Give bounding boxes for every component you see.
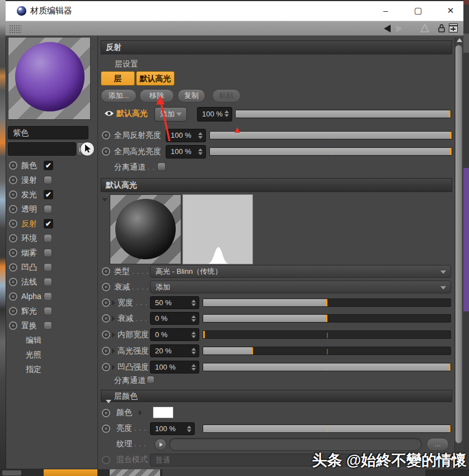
copy-layer-button[interactable]: 复制	[177, 89, 205, 102]
channel-label-fog[interactable]: 烟雾	[21, 248, 37, 258]
tab-layers[interactable]: 层	[101, 71, 135, 86]
channel-checkbox[interactable]	[44, 234, 52, 242]
channel-checkbox[interactable]	[44, 249, 52, 257]
param-radio-icon[interactable]	[102, 131, 110, 139]
channel-radio-icon[interactable]	[9, 161, 17, 170]
color-radio-icon[interactable]	[102, 409, 110, 417]
channel-checkbox-checked-icon[interactable]: ✔	[44, 190, 53, 199]
param-radio-icon[interactable]	[102, 363, 110, 371]
brightness-slider[interactable]	[203, 424, 451, 433]
brightness-radio-icon[interactable]	[102, 424, 110, 433]
channel-row-reflectance[interactable]: 反射✔	[6, 217, 96, 231]
channel-label-transparency[interactable]: 透明	[21, 204, 37, 214]
collapse-triangle-icon[interactable]	[102, 198, 107, 202]
channel-checkbox-checked-icon[interactable]: ✔	[44, 161, 53, 170]
texture-expand-icon[interactable]	[154, 438, 167, 451]
width-slider[interactable]	[203, 298, 451, 307]
spinner-arrows-icon[interactable]	[187, 425, 191, 433]
channel-radio-icon[interactable]	[9, 321, 17, 330]
channel-radio-icon[interactable]	[9, 234, 17, 242]
channel-checkbox[interactable]	[44, 263, 52, 272]
layer-visibility-eye-icon[interactable]	[104, 110, 114, 117]
channel-radio-icon[interactable]	[9, 205, 17, 213]
param-spinner[interactable]: 100 %	[166, 129, 206, 142]
texture-browse-button[interactable]: ...	[426, 438, 449, 451]
param-radio-icon[interactable]	[102, 298, 110, 307]
channel-checkbox[interactable]	[44, 307, 52, 315]
scroll-up-icon[interactable]	[457, 38, 462, 42]
material-preview[interactable]	[8, 37, 91, 120]
falloff-spinner[interactable]: 0 %	[150, 312, 199, 325]
toolbar-grip-handle[interactable]	[9, 25, 21, 34]
channel-label-alpha[interactable]: Alpha	[21, 292, 41, 301]
channel-label-illumination[interactable]: 光照	[26, 350, 41, 360]
spinner-arrows-icon[interactable]	[191, 363, 196, 371]
width-spinner[interactable]: 50 %	[150, 296, 199, 309]
add-layer-button[interactable]: 添加...	[101, 89, 137, 102]
param-radio-icon[interactable]	[102, 330, 110, 339]
remove-layer-button[interactable]: 移除	[139, 89, 174, 102]
channel-row-normal[interactable]: 法线	[6, 275, 96, 290]
channel-row-displacement[interactable]: 置换	[6, 319, 96, 333]
pick-cursor-icon[interactable]	[80, 142, 95, 156]
channel-row-fog[interactable]: 烟雾	[6, 246, 96, 260]
specular-strength-spinner[interactable]: 20 %	[150, 344, 199, 357]
channel-label-color[interactable]: 颜色	[21, 161, 37, 171]
spinner-arrows-icon[interactable]	[224, 110, 229, 118]
layer-opacity-spinner[interactable]: 100 %	[197, 107, 232, 122]
paste-layer-button[interactable]: 粘贴	[212, 89, 241, 102]
history-forward-icon[interactable]	[396, 25, 402, 32]
channel-checkbox[interactable]	[44, 205, 52, 213]
channel-radio-icon[interactable]	[9, 263, 17, 272]
channel-row-environment[interactable]: 环境	[6, 231, 96, 246]
close-button[interactable]: ✕	[441, 4, 460, 17]
param-radio-icon[interactable]	[102, 347, 110, 355]
navigate-up-icon[interactable]	[420, 23, 430, 33]
scrollbar-thumb[interactable]	[455, 45, 462, 444]
expand-caret-icon[interactable]	[112, 300, 115, 306]
tab-default-specular[interactable]: 默认高光	[136, 71, 175, 86]
collapse-triangle-icon[interactable]	[106, 400, 111, 403]
channel-row-assign[interactable]: 指定	[6, 362, 96, 377]
channel-radio-icon[interactable]	[9, 220, 17, 228]
falloff-slider[interactable]	[203, 314, 451, 323]
expand-caret-icon[interactable]	[112, 365, 115, 370]
material-name-input[interactable]: 紫色	[8, 126, 88, 139]
specular-strength-slider[interactable]	[203, 347, 451, 355]
channel-radio-icon[interactable]	[9, 249, 17, 257]
layer-name-label[interactable]: 默认高光	[116, 109, 148, 119]
brightness-spinner[interactable]: 100 %	[150, 422, 195, 435]
expand-caret-icon[interactable]	[112, 348, 115, 354]
channel-radio-icon[interactable]	[9, 307, 17, 315]
channel-checkbox[interactable]	[44, 278, 52, 286]
channel-row-glow[interactable]: 辉光	[6, 304, 96, 319]
channel-checkbox[interactable]	[44, 321, 52, 330]
bump-strength-slider[interactable]	[203, 363, 451, 371]
channel-label-assign[interactable]: 指定	[26, 365, 41, 375]
type-dropdown[interactable]: 高光 - Blinn（传统）	[150, 265, 451, 278]
channel-label-editor[interactable]: 编辑	[26, 335, 41, 346]
spinner-arrows-icon[interactable]	[191, 299, 196, 307]
channel-checkbox-checked-icon[interactable]: ✔	[44, 219, 53, 228]
new-window-icon[interactable]	[449, 24, 458, 32]
param-radio-icon[interactable]	[102, 314, 110, 323]
channel-row-diffusion[interactable]: 漫射	[6, 173, 96, 188]
channel-label-luminance[interactable]: 发光	[21, 190, 37, 200]
layer-opacity-slider[interactable]	[235, 110, 451, 118]
param-slider[interactable]	[209, 147, 452, 156]
spinner-arrows-icon[interactable]	[198, 148, 203, 156]
bump-strength-spinner[interactable]: 100 %	[150, 361, 199, 374]
channel-radio-icon[interactable]	[9, 176, 17, 184]
spinner-arrows-icon[interactable]	[191, 347, 196, 355]
inner-width-slider[interactable]	[203, 330, 451, 339]
param-radio-icon[interactable]	[102, 283, 110, 291]
channel-row-color[interactable]: 颜色✔	[6, 158, 96, 173]
layer-blend-mode-dropdown[interactable]: 添加	[154, 107, 187, 122]
spinner-arrows-icon[interactable]	[191, 331, 196, 339]
scroll-down-icon[interactable]	[457, 461, 462, 465]
channel-checkbox[interactable]	[44, 292, 52, 301]
channel-radio-icon[interactable]	[9, 278, 17, 286]
lock-icon[interactable]	[438, 23, 445, 33]
channel-row-transparency[interactable]: 透明	[6, 202, 96, 217]
channel-radio-icon[interactable]	[9, 292, 17, 301]
